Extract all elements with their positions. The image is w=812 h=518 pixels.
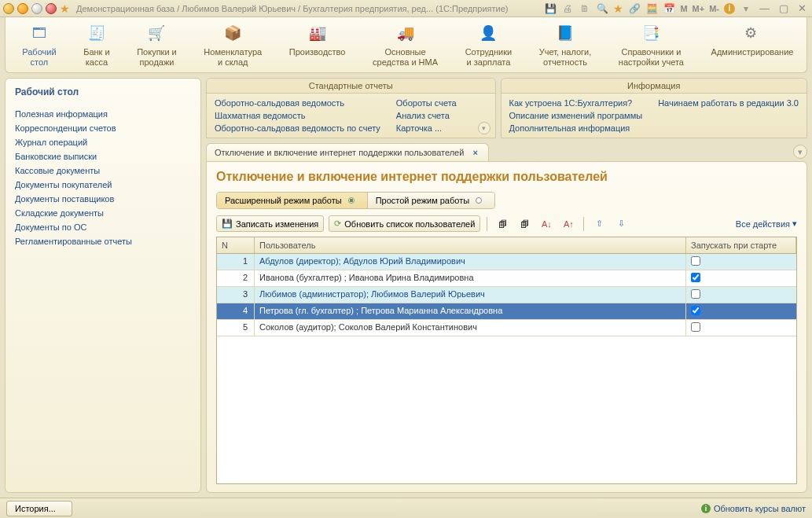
sidebar-item-7[interactable]: Складские документы	[15, 206, 191, 220]
maximize-button[interactable]: ▢	[777, 2, 791, 14]
sidebar-item-9[interactable]: Регламентированные отчеты	[15, 234, 191, 248]
table-row[interactable]: 1Абдулов (директор); Абдулов Юрий Владим…	[217, 254, 796, 270]
col-start[interactable]: Запускать при старте	[686, 237, 796, 253]
col-user[interactable]: Пользователь	[255, 237, 686, 253]
mode-extended-button[interactable]: Расширенный режим работы	[217, 193, 368, 208]
table-row[interactable]: 4Петрова (гл. бухгалтер) ; Петрова Мариа…	[217, 303, 796, 320]
all-actions-button[interactable]: Все действия ▾	[736, 219, 797, 229]
sidebar-item-3[interactable]: Банковские выписки	[15, 149, 191, 163]
status-info-icon: i	[701, 504, 711, 513]
ribbon-item-1[interactable]: 🧾Банк и касса	[79, 24, 114, 68]
start-checkbox[interactable]	[691, 273, 700, 282]
tab-active[interactable]: Отключение и включение интернет поддержк…	[206, 143, 489, 161]
cell-n: 3	[217, 287, 255, 303]
start-checkbox[interactable]	[691, 289, 700, 299]
close-button[interactable]: ✕	[795, 2, 809, 14]
sidebar-item-1[interactable]: Корреспонденции счетов	[15, 121, 191, 135]
chevron-down-icon: ▾	[792, 219, 797, 229]
start-checkbox[interactable]	[691, 306, 700, 315]
doc-icon[interactable]: 🗎	[579, 2, 591, 15]
ribbon-item-2[interactable]: 🛒Покупки и продажи	[132, 24, 182, 68]
ribbon-item-4[interactable]: 🏭Производство	[285, 24, 351, 68]
mem-m[interactable]: M	[680, 4, 687, 13]
all-actions-label: Все действия	[736, 219, 790, 229]
update-rates-link[interactable]: i Обновить курсы валют	[701, 504, 806, 513]
report-link-b-1[interactable]: Анализ счета	[396, 111, 457, 120]
calendar-icon[interactable]: 📅	[663, 2, 675, 15]
info-link-b-0[interactable]: Начинаем работать в редакции 3.0	[658, 98, 799, 108]
ribbon-icon-4: 🏭	[308, 24, 327, 42]
info-icon[interactable]: i	[724, 3, 735, 14]
mem-mminus[interactable]: M-	[709, 4, 719, 13]
link-icon[interactable]: 🔗	[628, 2, 641, 15]
sidebar-item-8[interactable]: Документы по ОС	[15, 220, 191, 234]
paste-icon[interactable]: 🗐	[516, 216, 533, 232]
ribbon-item-6[interactable]: 👤Сотрудники и зарплата	[461, 24, 517, 68]
report-link-a-0[interactable]: Оборотно-сальдовая ведомость	[215, 98, 380, 108]
sidebar-item-4[interactable]: Кассовые документы	[15, 163, 191, 178]
window-btn-1[interactable]	[17, 3, 28, 14]
save-disk-icon: 💾	[222, 219, 233, 229]
report-link-b-2[interactable]: Карточка ...	[396, 123, 457, 133]
minimize-button[interactable]: —	[757, 2, 772, 14]
update-rates-label: Обновить курсы валют	[714, 504, 806, 513]
sidebar-item-5[interactable]: Документы покупателей	[15, 178, 191, 192]
table-row[interactable]: 3Любимов (администратор); Любимов Валери…	[217, 287, 796, 303]
history-button[interactable]: История...	[6, 501, 72, 516]
ribbon-item-7[interactable]: 📘Учет, налоги, отчетность	[535, 24, 596, 68]
statusbar: История... i Обновить курсы валют	[0, 498, 812, 518]
report-link-b-0[interactable]: Обороты счета	[396, 98, 457, 108]
sidebar: Рабочий стол Полезная информацияКорреспо…	[5, 78, 201, 493]
arrow-up-icon[interactable]: ⇧	[590, 216, 608, 232]
window-btn-3[interactable]	[46, 3, 57, 14]
report-link-a-2[interactable]: Оборотно-сальдовая ведомость по счету	[215, 123, 380, 133]
sidebar-item-0[interactable]: Полезная информация	[15, 107, 191, 121]
cell-start	[686, 254, 796, 270]
ribbon-item-9[interactable]: ⚙Администрирование	[707, 24, 795, 68]
start-checkbox[interactable]	[691, 256, 700, 266]
calc-icon[interactable]: 🧮	[645, 2, 658, 15]
ribbon-icon-0: 🗔	[30, 24, 49, 42]
ribbon-item-3[interactable]: 📦Номенклатура и склад	[199, 24, 266, 68]
cell-user: Любимов (администратор); Любимов Валерий…	[255, 287, 686, 303]
search-icon[interactable]: 🔍	[596, 2, 608, 15]
mode-simple-button[interactable]: Простой режим работы	[368, 193, 494, 208]
col-n[interactable]: N	[217, 237, 255, 253]
panel-expand-icon[interactable]: ▾	[478, 122, 491, 134]
tab-close-icon[interactable]: ×	[470, 148, 479, 157]
sort-asc-icon[interactable]: A↓	[538, 216, 555, 232]
favorite-icon[interactable]: ★	[60, 2, 70, 15]
report-link-a-1[interactable]: Шахматная ведомость	[215, 111, 380, 120]
refresh-users-button[interactable]: ⟳ Обновить список пользователей	[329, 215, 480, 232]
sort-desc-icon[interactable]: A↑	[560, 216, 577, 232]
start-checkbox[interactable]	[691, 322, 700, 332]
ribbon-item-5[interactable]: 🚚Основные средства и НМА	[368, 24, 443, 68]
cell-user: Соколов (аудитор); Соколов Валерий Конст…	[255, 320, 686, 336]
radio-off-icon	[476, 197, 482, 204]
info-link-a-0[interactable]: Как устроена 1С:Бухгалтерия?	[509, 98, 643, 108]
star-icon[interactable]: ★	[613, 2, 623, 15]
copy-icon[interactable]: 🗐	[494, 216, 511, 232]
window-btn-2[interactable]	[31, 3, 42, 14]
ribbon-icon-3: 📦	[223, 24, 242, 42]
sidebar-item-2[interactable]: Журнал операций	[15, 135, 191, 149]
cell-start	[686, 287, 796, 303]
dropdown-icon[interactable]: ▾	[740, 2, 752, 15]
print-icon[interactable]: 🖨	[561, 2, 574, 15]
info-link-a-2[interactable]: Дополнительная информация	[509, 123, 643, 133]
ribbon-item-0[interactable]: 🗔Рабочий стол	[17, 24, 61, 68]
ribbon-label-0: Рабочий стол	[22, 47, 56, 68]
ribbon-icon-9: ⚙	[741, 24, 760, 42]
table-row[interactable]: 5Соколов (аудитор); Соколов Валерий Конс…	[217, 320, 796, 336]
arrow-down-icon[interactable]: ⇩	[612, 216, 630, 232]
table-row[interactable]: 2Иванова (бухгалтер) ; Иванова Ирина Вла…	[217, 270, 796, 287]
mem-mplus[interactable]: M+	[693, 4, 705, 13]
ribbon-item-8[interactable]: 📑Справочники и настройки учета	[614, 24, 689, 68]
save-changes-button[interactable]: 💾 Записать изменения	[216, 215, 324, 232]
ribbon-label-4: Производство	[289, 47, 346, 57]
ribbon-label-3: Номенклатура и склад	[204, 47, 262, 68]
info-link-a-1[interactable]: Описание изменений программы	[509, 111, 643, 120]
content-expand-icon[interactable]: ▾	[793, 145, 807, 159]
sidebar-item-6[interactable]: Документы поставщиков	[15, 192, 191, 206]
save-icon[interactable]: 💾	[544, 2, 557, 15]
